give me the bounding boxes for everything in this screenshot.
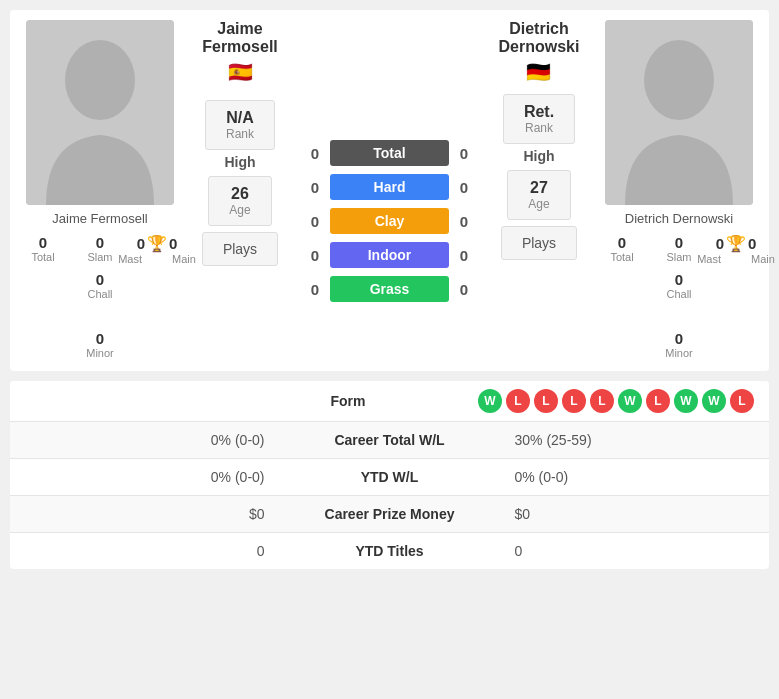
form-badges: WLLLLWLWWL <box>478 389 754 413</box>
grass-right-score: 0 <box>449 281 479 298</box>
stats-center-lbl-1: YTD W/L <box>280 469 500 485</box>
left-high-label: High <box>224 154 255 170</box>
clay-button[interactable]: Clay <box>330 208 449 234</box>
form-badge-w: W <box>618 389 642 413</box>
form-badge-w: W <box>702 389 726 413</box>
career-stats-container: 0% (0-0) Career Total W/L 30% (25-59) 0%… <box>10 422 769 569</box>
total-left-score: 0 <box>300 145 330 162</box>
right-age-box: 27 Age <box>507 170 570 220</box>
left-mast-stat: 0 🏆 0 Mast Main <box>130 232 185 267</box>
left-total-stat: 0 Total <box>16 232 71 267</box>
form-badge-l: L <box>730 389 754 413</box>
svg-point-3 <box>644 40 714 120</box>
form-badge-l: L <box>590 389 614 413</box>
left-info-col: JaimeFermosell 🇪🇸 N/A Rank High 26 Age P… <box>185 20 295 361</box>
clay-left-score: 0 <box>300 213 330 230</box>
right-player-card: Dietrich Dernowski 0 Total 0 Slam 0 🏆 0 <box>594 20 764 361</box>
left-chall-stat: 0 Chall 0 Minor <box>15 269 185 361</box>
right-plays-box: Plays <box>501 226 577 260</box>
indoor-row: 0 Indoor 0 <box>300 242 479 268</box>
total-right-score: 0 <box>449 145 479 162</box>
center-surface-info: 0 Total 0 0 Hard 0 0 Clay 0 0 Indoor 0 <box>295 20 484 361</box>
stats-right-val-0: 30% (25-59) <box>500 432 755 448</box>
stats-left-val-3: 0 <box>25 543 280 559</box>
stats-right-val-2: $0 <box>500 506 755 522</box>
stats-center-lbl-0: Career Total W/L <box>280 432 500 448</box>
form-badge-l: L <box>562 389 586 413</box>
right-high-label: High <box>523 148 554 164</box>
form-badge-l: L <box>534 389 558 413</box>
stats-section: Form WLLLLWLWWL 0% (0-0) Career Total W/… <box>10 381 769 569</box>
grass-left-score: 0 <box>300 281 330 298</box>
stats-right-val-1: 0% (0-0) <box>500 469 755 485</box>
stats-left-val-1: 0% (0-0) <box>25 469 280 485</box>
stats-center-lbl-3: YTD Titles <box>280 543 500 559</box>
stats-row-1: 0% (0-0) YTD W/L 0% (0-0) <box>10 459 769 496</box>
hard-left-score: 0 <box>300 179 330 196</box>
form-badge-l: L <box>646 389 670 413</box>
hard-right-score: 0 <box>449 179 479 196</box>
form-badge-l: L <box>506 389 530 413</box>
grass-row: 0 Grass 0 <box>300 276 479 302</box>
right-player-avatar <box>605 20 753 205</box>
right-player-stats: 0 Total 0 Slam 0 🏆 0 Mast Main <box>594 232 764 361</box>
left-plays-box: Plays <box>202 232 278 266</box>
right-info-col: DietrichDernowski 🇩🇪 Ret. Rank High 27 A… <box>484 20 594 361</box>
indoor-button[interactable]: Indoor <box>330 242 449 268</box>
left-trophy-icon: 🏆 <box>147 234 167 253</box>
stats-left-val-0: 0% (0-0) <box>25 432 280 448</box>
clay-right-score: 0 <box>449 213 479 230</box>
right-flag: 🇩🇪 <box>526 60 551 84</box>
hard-button[interactable]: Hard <box>330 174 449 200</box>
main-container: Jaime Fermosell 0 Total 0 Slam 0 🏆 0 <box>0 0 779 579</box>
right-header: DietrichDernowski 🇩🇪 <box>499 20 580 84</box>
stats-right-val-3: 0 <box>500 543 755 559</box>
stats-row-3: 0 YTD Titles 0 <box>10 533 769 569</box>
left-rank-box: N/A Rank <box>205 100 275 150</box>
total-row: 0 Total 0 <box>300 140 479 166</box>
grass-button[interactable]: Grass <box>330 276 449 302</box>
left-player-avatar <box>26 20 174 205</box>
comparison-section: Jaime Fermosell 0 Total 0 Slam 0 🏆 0 <box>10 10 769 371</box>
right-player-name: Dietrich Dernowski <box>625 211 733 226</box>
form-label: Form <box>238 393 458 409</box>
clay-row: 0 Clay 0 <box>300 208 479 234</box>
form-row: Form WLLLLWLWWL <box>10 381 769 422</box>
right-rank-box: Ret. Rank <box>503 94 575 144</box>
stats-row-2: $0 Career Prize Money $0 <box>10 496 769 533</box>
right-mast-stat: 0 🏆 0 Mast Main <box>709 232 764 267</box>
left-header: JaimeFermosell 🇪🇸 <box>202 20 278 84</box>
left-flag: 🇪🇸 <box>228 60 253 84</box>
stats-row-0: 0% (0-0) Career Total W/L 30% (25-59) <box>10 422 769 459</box>
right-chall-stat: 0 Chall 0 Minor <box>594 269 764 361</box>
svg-point-1 <box>65 40 135 120</box>
left-player-card: Jaime Fermosell 0 Total 0 Slam 0 🏆 0 <box>15 20 185 361</box>
right-trophy-icon: 🏆 <box>726 234 746 253</box>
total-label: Total <box>330 140 449 166</box>
left-age-box: 26 Age <box>208 176 271 226</box>
stats-left-val-2: $0 <box>25 506 280 522</box>
indoor-left-score: 0 <box>300 247 330 264</box>
hard-row: 0 Hard 0 <box>300 174 479 200</box>
left-player-name: Jaime Fermosell <box>52 211 147 226</box>
stats-center-lbl-2: Career Prize Money <box>280 506 500 522</box>
form-badge-w: W <box>674 389 698 413</box>
left-player-stats: 0 Total 0 Slam 0 🏆 0 Mast Main <box>15 232 185 361</box>
right-total-stat: 0 Total <box>595 232 650 267</box>
indoor-right-score: 0 <box>449 247 479 264</box>
form-badge-w: W <box>478 389 502 413</box>
